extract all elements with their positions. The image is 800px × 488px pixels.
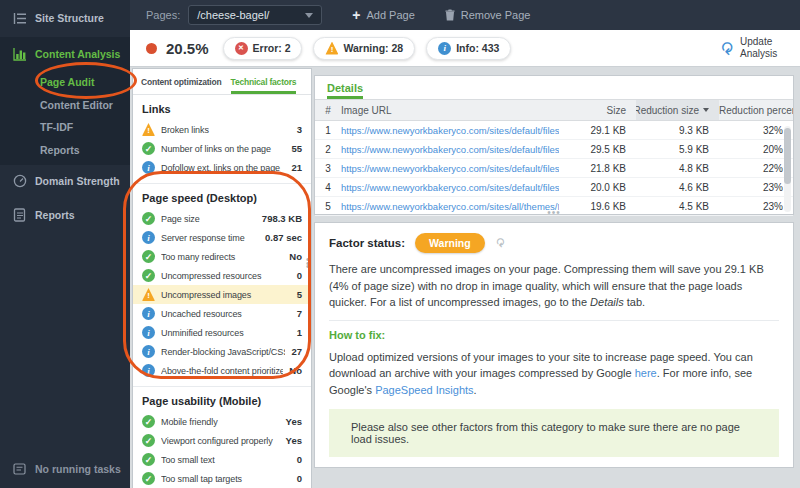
image-url-link[interactable]: https://www.newyorkbakeryco.com/sites/al… xyxy=(341,201,559,212)
info-icon xyxy=(142,364,155,377)
table-row[interactable]: 2 https://www.newyorkbakeryco.com/sites/… xyxy=(315,140,793,159)
factors-tabs: Content optimization Technical factors xyxy=(133,69,311,95)
factor-row-mobile-friendly[interactable]: Mobile friendly Yes xyxy=(142,412,302,431)
column-header-label: Reduction size xyxy=(636,105,699,116)
factor-row-links-count[interactable]: Number of links on the page 55 xyxy=(142,139,302,158)
add-page-button[interactable]: + Add Page xyxy=(352,8,415,22)
column-header-reduction-percent[interactable]: Reduction percenta... xyxy=(719,105,793,116)
sidebar-item-site-structure[interactable]: Site Structure xyxy=(0,7,130,29)
info-badge[interactable]: Info: 433 xyxy=(426,37,511,60)
factor-row-broken-links[interactable]: Broken links 3 xyxy=(142,120,302,139)
factor-label: Too small text xyxy=(161,455,291,465)
column-header-image-url[interactable]: Image URL xyxy=(341,105,559,116)
factor-row-viewport[interactable]: Viewport configured properly Yes xyxy=(142,431,302,450)
factor-label: Dofollow ext. links on the page xyxy=(161,163,285,173)
fix-text: . xyxy=(474,384,477,396)
table-row[interactable]: 3 https://www.newyorkbakeryco.com/sites/… xyxy=(315,159,793,178)
table-resize-handle[interactable]: ••• xyxy=(547,207,561,218)
how-to-fix-text: Upload optimized versions of your images… xyxy=(329,349,779,399)
info-icon xyxy=(438,42,451,55)
reduction-percent-value: 32% xyxy=(719,125,793,136)
warning-badge[interactable]: Warning: 28 xyxy=(313,37,415,60)
factor-value: No xyxy=(289,365,302,376)
score-dot-icon xyxy=(146,43,157,54)
factor-row-redirects[interactable]: Too many redirects No xyxy=(142,247,302,266)
running-tasks-status[interactable]: No running tasks xyxy=(0,458,130,480)
content-analysis-icon xyxy=(12,47,27,62)
factor-value: No xyxy=(289,251,302,262)
links-section: Links Broken links 3 Number of links on … xyxy=(133,103,311,177)
factor-row-above-fold[interactable]: Above-the-fold content prioritized No xyxy=(142,361,302,380)
stats-bar: 20.5% Error: 2 Warning: 28 Info: 433 ⟳ U… xyxy=(130,30,800,67)
recheck-icon[interactable]: ⟳ xyxy=(493,238,507,248)
table-row[interactable]: 4 https://www.newyorkbakeryco.com/sites/… xyxy=(315,178,793,197)
reduction-size-value: 4.5 KB xyxy=(636,201,719,212)
factor-row-uncompressed-images-selected[interactable]: Uncompressed images 5 xyxy=(133,285,311,304)
image-url-link[interactable]: https://www.newyorkbakeryco.com/sites/de… xyxy=(341,125,559,136)
image-url-link[interactable]: https://www.newyorkbakeryco.com/sites/de… xyxy=(341,182,559,193)
page-select[interactable]: /cheese-bagel/ xyxy=(188,5,322,25)
here-link[interactable]: here xyxy=(635,367,657,379)
status-badge: Warning xyxy=(415,233,485,253)
factor-label: Render-blocking JavaScript/CSS xyxy=(161,347,285,357)
factor-row-dofollow-links[interactable]: Dofollow ext. links on the page 21 xyxy=(142,158,302,177)
sidebar-item-content-editor[interactable]: Content Editor xyxy=(0,94,130,116)
factor-row-uncached-resources[interactable]: Uncached resources 7 xyxy=(142,304,302,323)
check-icon xyxy=(142,415,155,428)
panel-resize-handle[interactable]: ••• xyxy=(306,258,310,269)
factor-label: Too small tap targets xyxy=(161,474,291,484)
plus-icon: + xyxy=(352,8,360,22)
sidebar-item-label: Reports xyxy=(35,209,75,221)
factor-row-render-blocking[interactable]: Render-blocking JavaScript/CSS 27 xyxy=(142,342,302,361)
check-icon xyxy=(142,434,155,447)
tab-details[interactable]: Details xyxy=(327,82,363,99)
factor-value: 21 xyxy=(291,162,302,173)
update-analysis-button[interactable]: ⟳ Update Analysis xyxy=(719,36,784,61)
factor-value: Yes xyxy=(286,416,302,427)
reduction-percent-value: 23% xyxy=(719,201,793,212)
factor-row-small-text[interactable]: Too small text 0 xyxy=(142,450,302,469)
reduction-size-value: 4.6 KB xyxy=(636,182,719,193)
update-analysis-label: Update Analysis xyxy=(740,36,784,61)
pagespeed-insights-link[interactable]: PageSpeed Insights xyxy=(375,384,473,396)
table-row[interactable]: 1 https://www.newyorkbakeryco.com/sites/… xyxy=(315,121,793,140)
factor-row-uncompressed-resources[interactable]: Uncompressed resources 0 xyxy=(142,266,302,285)
factor-value: 55 xyxy=(291,143,302,154)
sidebar-item-reports-sub[interactable]: Reports xyxy=(0,139,130,161)
description-text: There are uncompressed images on your pa… xyxy=(329,263,764,308)
image-url-link[interactable]: https://www.newyorkbakeryco.com/sites/de… xyxy=(341,163,559,174)
factor-label: Mobile friendly xyxy=(161,417,280,427)
sidebar-item-content-analysis[interactable]: Content Analysis xyxy=(0,43,130,65)
sidebar-item-label: Content Editor xyxy=(40,99,113,111)
sidebar-item-page-audit[interactable]: Page Audit xyxy=(0,71,130,93)
sidebar-item-label: Reports xyxy=(40,144,80,156)
factor-label: Page size xyxy=(161,214,256,224)
tasks-icon xyxy=(12,462,27,477)
factor-value: 0 xyxy=(297,270,302,281)
tab-technical-factors[interactable]: Technical factors xyxy=(231,69,297,94)
remove-page-button[interactable]: Remove Page xyxy=(445,9,531,21)
sidebar-item-domain-strength[interactable]: Domain Strength xyxy=(0,170,130,192)
sidebar-item-tf-idf[interactable]: TF-IDF xyxy=(0,116,130,138)
factor-row-tap-targets[interactable]: Too small tap targets 0 xyxy=(142,469,302,488)
error-badge[interactable]: Error: 2 xyxy=(223,37,303,60)
factor-row-page-size[interactable]: Page size 798.3 KB xyxy=(142,209,302,228)
check-icon xyxy=(142,142,155,155)
image-url-link[interactable]: https://www.newyorkbakeryco.com/sites/de… xyxy=(341,144,559,155)
factor-row-server-response[interactable]: Server response time 0.87 sec xyxy=(142,228,302,247)
column-header-num[interactable]: # xyxy=(315,105,341,116)
scrollbar-thumb[interactable] xyxy=(784,128,791,184)
column-header-reduction-size[interactable]: Reduction size xyxy=(636,100,719,120)
warning-icon xyxy=(142,123,155,136)
factor-value: 0.87 sec xyxy=(265,232,302,243)
info-icon xyxy=(142,161,155,174)
row-num: 4 xyxy=(315,182,341,193)
tab-content-optimization[interactable]: Content optimization xyxy=(141,69,222,94)
size-value: 20.0 KB xyxy=(559,182,636,193)
row-num: 1 xyxy=(315,125,341,136)
sidebar-item-reports[interactable]: Reports xyxy=(0,204,130,226)
column-header-size[interactable]: Size xyxy=(559,105,636,116)
table-scrollbar[interactable] xyxy=(784,126,791,212)
factor-row-unminified-resources[interactable]: Unminified resources 1 xyxy=(142,323,302,342)
warning-icon xyxy=(325,42,338,55)
